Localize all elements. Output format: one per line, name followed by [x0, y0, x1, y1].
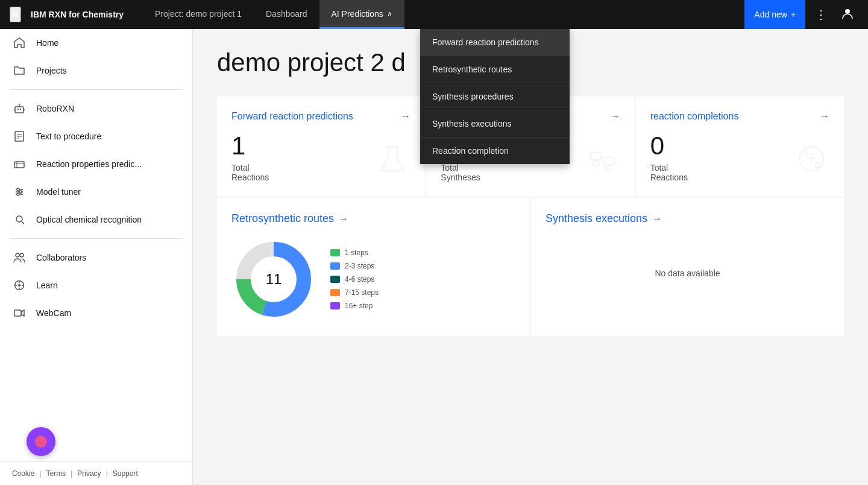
- folder-icon: [12, 65, 27, 76]
- sidebar-item-webcam[interactable]: WebCam: [0, 299, 192, 327]
- svg-point-33: [383, 164, 387, 168]
- svg-point-34: [390, 167, 392, 170]
- legend-item-16step: 16+ step: [330, 302, 379, 310]
- svg-line-22: [22, 221, 24, 224]
- sidebar-divider-2: [10, 238, 183, 239]
- tab-ai-predictions[interactable]: AI Predictions ∧: [319, 0, 404, 29]
- sidebar-item-learn[interactable]: Learn: [0, 271, 192, 299]
- card-subtitle-synthesis-proc: Total Syntheses: [441, 163, 480, 182]
- donut-chart-area: 11 1 steps 2-3 steps 4-6 s: [231, 237, 515, 322]
- sidebar-item-projects[interactable]: Projects: [0, 57, 192, 84]
- sidebar: Home Projects: [0, 29, 193, 485]
- svg-rect-12: [14, 162, 24, 168]
- svg-rect-35: [590, 153, 601, 160]
- card-subtitle-reaction-completions: Total Reactions: [650, 163, 688, 182]
- dropdown-item-synthesis-executions[interactable]: Synthesis executions: [420, 110, 570, 138]
- legend-color-2-3step: [330, 262, 340, 270]
- float-button-inner: [35, 436, 47, 448]
- more-button[interactable]: ⋮: [810, 0, 832, 29]
- svg-point-44: [815, 162, 820, 167]
- svg-point-18: [17, 188, 19, 191]
- close-button[interactable]: ✕: [10, 7, 21, 22]
- svg-point-20: [17, 193, 19, 195]
- flask-icon: [374, 141, 410, 182]
- add-new-button[interactable]: Add new +: [744, 0, 805, 29]
- dropdown-item-synthesis-procedures[interactable]: Synthesis procedures: [420, 83, 570, 110]
- svg-rect-36: [603, 157, 614, 165]
- ai-predictions-dropdown: Forward reaction predictions Retrosynthe…: [420, 29, 570, 164]
- completion-icon: [793, 141, 829, 182]
- card-title-reaction-completions[interactable]: reaction completions →: [650, 111, 829, 122]
- svg-rect-2: [17, 109, 19, 110]
- webcam-icon: [12, 308, 27, 319]
- card-title-forward[interactable]: Forward reaction predictions →: [231, 111, 410, 122]
- legend-item-2-3step: 2-3 steps: [330, 262, 379, 270]
- legend-item-4-6step: 4-6 steps: [330, 275, 379, 284]
- arrow-icon-synthesis-exec: →: [652, 214, 662, 224]
- svg-point-26: [18, 284, 20, 287]
- section-synthesis-exec: Synthesis executions → No data available: [531, 198, 844, 336]
- home-icon: [12, 37, 27, 48]
- dropdown-item-retrosynthetic[interactable]: Retrosynthetic routes: [420, 56, 570, 83]
- optical-icon: [12, 214, 27, 225]
- chevron-up-icon: ∧: [387, 10, 392, 18]
- sidebar-item-optical-chemical[interactable]: Optical chemical recognition: [0, 206, 192, 233]
- card-number-forward: 1: [231, 132, 269, 160]
- navbar-tabs: Project: demo project 1 Dashboard AI Pre…: [143, 0, 744, 29]
- section-title-synthesis-exec[interactable]: Synthesis executions →: [546, 212, 829, 225]
- sidebar-item-collaborators[interactable]: Collaborators: [0, 244, 192, 271]
- reaction-icon: [12, 159, 27, 170]
- footer-support-link[interactable]: Support: [113, 469, 138, 478]
- tuner-icon: [12, 186, 27, 197]
- sidebar-item-text-to-procedure[interactable]: Text to procedure: [0, 122, 192, 150]
- card-subtitle-forward: Total Reactions: [231, 163, 269, 182]
- svg-point-24: [20, 253, 24, 257]
- card-reaction-completions: reaction completions → 0 Total Reactions: [636, 97, 844, 197]
- svg-point-23: [16, 253, 19, 257]
- legend-item-1step: 1 steps: [330, 249, 379, 257]
- legend-color-7-15step: [330, 289, 340, 296]
- card-body-reaction-completions: 0 Total Reactions: [650, 132, 829, 182]
- avatar-button[interactable]: [837, 0, 858, 29]
- svg-rect-31: [14, 310, 21, 316]
- no-data-label: No data available: [546, 237, 829, 309]
- navbar-actions: Add new + ⋮: [744, 0, 858, 29]
- robot-icon: [12, 103, 27, 114]
- footer-terms-link[interactable]: Terms: [46, 469, 66, 478]
- donut-center-value: 11: [266, 271, 282, 288]
- sidebar-item-reaction-properties[interactable]: Reaction properties predic...: [0, 150, 192, 178]
- card-body-forward: 1 Total Reactions: [231, 132, 410, 182]
- text-procedure-icon: [12, 131, 27, 142]
- user-icon: [841, 7, 854, 22]
- tab-project[interactable]: Project: demo project 1: [143, 0, 254, 29]
- dropdown-item-reaction-completion[interactable]: Reaction completion: [420, 138, 570, 164]
- svg-point-21: [16, 216, 22, 222]
- footer-cookie-link[interactable]: Cookie: [12, 469, 34, 478]
- card-number-reaction-completions: 0: [650, 132, 688, 160]
- plus-icon: +: [791, 10, 796, 19]
- sidebar-item-home[interactable]: Home: [0, 29, 192, 57]
- arrow-icon-reaction-completions: →: [820, 111, 829, 122]
- app-brand: IBM RXN for Chemistry: [31, 10, 124, 19]
- section-title-retrosynthetic[interactable]: Retrosynthetic routes →: [231, 212, 515, 225]
- footer-privacy-link[interactable]: Privacy: [77, 469, 101, 478]
- tab-dashboard[interactable]: Dashboard: [254, 0, 319, 29]
- svg-point-5: [19, 104, 20, 105]
- dropdown-item-forward[interactable]: Forward reaction predictions: [420, 29, 570, 56]
- sidebar-footer: Cookie | Terms | Privacy | Support: [0, 461, 192, 485]
- card-forward-reactions: Forward reaction predictions → 1 Total R…: [217, 97, 425, 197]
- arrow-icon-retrosynthetic: →: [339, 214, 348, 224]
- svg-point-39: [606, 165, 612, 171]
- sidebar-item-model-tuner[interactable]: Model tuner: [0, 178, 192, 206]
- arrow-icon-forward: →: [401, 111, 410, 122]
- chart-legend: 1 steps 2-3 steps 4-6 steps 7-15 st: [330, 249, 379, 310]
- bottom-sections: Retrosynthetic routes → 11: [217, 198, 844, 336]
- sidebar-divider-1: [10, 89, 183, 90]
- sidebar-item-roborxn[interactable]: RoboRXN: [0, 95, 192, 122]
- legend-color-1step: [330, 249, 340, 256]
- svg-point-43: [803, 150, 808, 155]
- legend-item-7-15step: 7-15 steps: [330, 288, 379, 297]
- svg-point-38: [593, 160, 599, 166]
- section-retrosynthetic: Retrosynthetic routes → 11: [217, 198, 530, 336]
- float-action-button[interactable]: [27, 427, 55, 456]
